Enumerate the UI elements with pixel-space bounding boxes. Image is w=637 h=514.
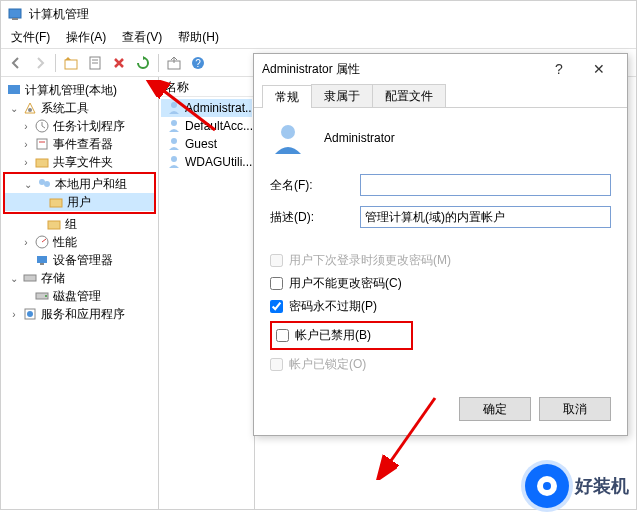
user-icon xyxy=(166,136,182,152)
properties-dialog: Administrator 属性 ? ✕ 常规 隶属于 配置文件 Adminis… xyxy=(253,53,628,436)
svg-point-27 xyxy=(171,102,177,108)
fullname-input[interactable] xyxy=(360,174,611,196)
list-item[interactable]: WDAGUtili... xyxy=(161,153,252,171)
export-button[interactable] xyxy=(163,52,185,74)
app-icon xyxy=(7,6,23,22)
svg-rect-12 xyxy=(37,139,47,149)
chk-never-expire[interactable] xyxy=(270,300,283,313)
back-button[interactable] xyxy=(5,52,27,74)
tree-system-tools[interactable]: ⌄系统工具 xyxy=(3,99,156,117)
chk-account-locked xyxy=(270,358,283,371)
dialog-body: Administrator 全名(F): 描述(D): 用户下次登录时须更改密码… xyxy=(254,108,627,387)
tree-pane: 计算机管理(本地) ⌄系统工具 ›任务计划程序 ›事件查看器 ›共享文件夹 ⌄本… xyxy=(1,77,159,509)
tree-task-scheduler[interactable]: ›任务计划程序 xyxy=(3,117,156,135)
svg-rect-20 xyxy=(37,256,47,263)
watermark-text: 好装机 xyxy=(575,474,629,498)
svg-point-30 xyxy=(171,156,177,162)
svg-rect-0 xyxy=(9,9,21,18)
refresh-button[interactable] xyxy=(132,52,154,74)
tree-shared-folders[interactable]: ›共享文件夹 xyxy=(3,153,156,171)
tree-event-viewer[interactable]: ›事件查看器 xyxy=(3,135,156,153)
menubar: 文件(F) 操作(A) 查看(V) 帮助(H) xyxy=(1,27,636,49)
watermark: 好装机 xyxy=(525,464,629,508)
expander-icon[interactable]: › xyxy=(21,121,31,132)
highlight-local-users: ⌄本地用户和组 用户 xyxy=(3,172,156,214)
tree-local-users[interactable]: ⌄本地用户和组 xyxy=(5,175,154,193)
list-body: Administrat... DefaultAcc... Guest WDAGU… xyxy=(159,97,254,509)
list-pane: 名称 Administrat... DefaultAcc... Guest WD… xyxy=(159,77,255,509)
separator xyxy=(158,54,159,72)
tree-disk-management[interactable]: 磁盘管理 xyxy=(3,287,156,305)
dialog-close-button[interactable]: ✕ xyxy=(579,55,619,83)
account-name: Administrator xyxy=(324,131,395,145)
tree-root[interactable]: 计算机管理(本地) xyxy=(3,81,156,99)
svg-rect-17 xyxy=(50,199,62,207)
svg-point-24 xyxy=(45,295,47,297)
expander-icon[interactable]: › xyxy=(21,139,31,150)
help-button[interactable]: ? xyxy=(187,52,209,74)
chk-account-disabled[interactable] xyxy=(276,329,289,342)
svg-rect-22 xyxy=(24,275,36,281)
watermark-icon xyxy=(525,464,569,508)
forward-button[interactable] xyxy=(29,52,51,74)
description-label: 描述(D): xyxy=(270,209,360,226)
chk-cannot-change[interactable] xyxy=(270,277,283,290)
expander-icon[interactable]: ⌄ xyxy=(23,179,33,190)
tree-performance[interactable]: ›性能 xyxy=(3,233,156,251)
svg-rect-18 xyxy=(48,221,60,229)
expander-icon[interactable]: › xyxy=(9,309,19,320)
svg-rect-1 xyxy=(12,18,18,20)
svg-point-29 xyxy=(171,138,177,144)
svg-point-31 xyxy=(281,125,295,139)
tree-storage[interactable]: ⌄存储 xyxy=(3,269,156,287)
svg-text:?: ? xyxy=(195,58,201,69)
svg-rect-21 xyxy=(40,263,44,265)
chk-must-change xyxy=(270,254,283,267)
separator xyxy=(55,54,56,72)
svg-rect-14 xyxy=(36,159,48,167)
tab-strip: 常规 隶属于 配置文件 xyxy=(254,84,627,108)
properties-button[interactable] xyxy=(84,52,106,74)
list-item[interactable]: DefaultAcc... xyxy=(161,117,252,135)
tree-groups[interactable]: 组 xyxy=(3,215,156,233)
svg-point-16 xyxy=(44,181,50,187)
tab-memberof[interactable]: 隶属于 xyxy=(311,84,373,107)
user-large-icon xyxy=(270,120,306,156)
tab-general[interactable]: 常规 xyxy=(262,85,312,108)
menu-view[interactable]: 查看(V) xyxy=(116,27,168,48)
expander-icon[interactable]: ⌄ xyxy=(9,273,19,284)
svg-rect-9 xyxy=(8,85,20,94)
tree-users[interactable]: 用户 xyxy=(5,193,154,211)
fullname-label: 全名(F): xyxy=(270,177,360,194)
dialog-title: Administrator 属性 xyxy=(262,61,360,78)
ok-button[interactable]: 确定 xyxy=(459,397,531,421)
list-item[interactable]: Administrat... xyxy=(161,99,252,117)
dialog-buttons: 确定 取消 xyxy=(254,387,627,435)
window-title: 计算机管理 xyxy=(29,6,89,23)
titlebar: 计算机管理 xyxy=(1,1,636,27)
svg-point-26 xyxy=(27,311,33,317)
cancel-button[interactable]: 取消 xyxy=(539,397,611,421)
column-header-name[interactable]: 名称 xyxy=(159,77,254,97)
dialog-help-button[interactable]: ? xyxy=(539,55,579,83)
svg-point-10 xyxy=(28,108,32,112)
expander-icon[interactable]: › xyxy=(21,237,31,248)
svg-point-28 xyxy=(171,120,177,126)
menu-help[interactable]: 帮助(H) xyxy=(172,27,225,48)
menu-action[interactable]: 操作(A) xyxy=(60,27,112,48)
tree-device-manager[interactable]: 设备管理器 xyxy=(3,251,156,269)
description-input[interactable] xyxy=(360,206,611,228)
highlight-disabled-checkbox: 帐户已禁用(B) xyxy=(270,321,413,350)
expander-icon[interactable]: ⌄ xyxy=(9,103,19,114)
svg-rect-2 xyxy=(65,60,77,69)
up-button[interactable] xyxy=(60,52,82,74)
menu-file[interactable]: 文件(F) xyxy=(5,27,56,48)
tree-services[interactable]: ›服务和应用程序 xyxy=(3,305,156,323)
tab-profile[interactable]: 配置文件 xyxy=(372,84,446,107)
dialog-titlebar: Administrator 属性 ? ✕ xyxy=(254,54,627,84)
user-icon xyxy=(166,100,182,116)
expander-icon[interactable]: › xyxy=(21,157,31,168)
list-item[interactable]: Guest xyxy=(161,135,252,153)
user-icon xyxy=(166,154,182,170)
delete-button[interactable] xyxy=(108,52,130,74)
